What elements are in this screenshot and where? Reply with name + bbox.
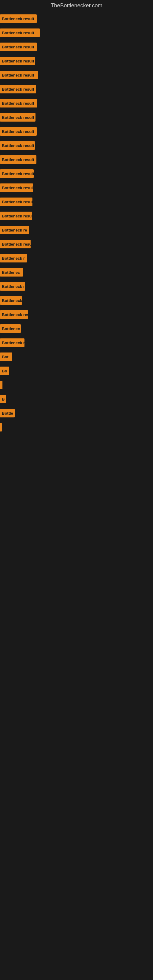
result-bar: Bottleneck r — [0, 254, 27, 262]
result-bar: Bottleneck result — [0, 43, 37, 51]
bar-row: Bo — [0, 364, 153, 378]
bar-row: Bottleneck result — [0, 139, 153, 152]
bar-row: Bottleneck result — [0, 40, 153, 54]
result-bar: Bottlenec — [0, 268, 23, 277]
bar-label: Bottleneck result — [2, 87, 34, 92]
bar-label: Bottleneck result — [2, 30, 34, 35]
bar-row: Bottleneck r — [0, 336, 153, 350]
bar-row: Bottleneck — [0, 294, 153, 307]
bar-label: Bottleneck result — [2, 214, 32, 218]
bar-label: Bottleneck — [2, 298, 22, 303]
bar-label: Bottleneck result — [2, 73, 34, 78]
bar-label: Bottleneck res — [2, 312, 28, 317]
bar-row: Bottleneck res — [0, 308, 153, 321]
bar-label: Bottleneck result — [2, 45, 34, 49]
bar-label: Bottlenec — [2, 270, 20, 275]
bar-label: Bottleneck result — [2, 186, 33, 190]
result-bar — [0, 381, 2, 389]
result-bar — [0, 423, 2, 431]
bar-row: Bottleneck result — [0, 209, 153, 223]
bar-row: Bottleneck result — [0, 54, 153, 68]
result-bar: Bottleneck result — [0, 169, 33, 178]
result-bar: Bottleneck re — [0, 226, 29, 234]
result-bar: Bot — [0, 353, 12, 361]
bar-row: Bottleneck re — [0, 223, 153, 237]
bar-label: Bottleneck r — [2, 256, 25, 261]
result-bar: Bottleneck result — [0, 71, 38, 79]
bar-row — [0, 434, 153, 448]
bar-row: Bottleneck r — [0, 251, 153, 265]
bar-row: Bottleneck result — [0, 83, 153, 96]
bar-row: Bottlenec — [0, 322, 153, 335]
bar-label: Bottleneck r — [2, 284, 25, 289]
bar-label: Bottleneck result — [2, 101, 34, 106]
bar-row: Bottleneck result — [0, 26, 153, 40]
bar-row: Bottleneck r — [0, 280, 153, 293]
bar-row: Bottleneck result — [0, 237, 153, 251]
result-bar: Bottleneck result — [0, 99, 37, 108]
result-bar: Bottleneck result — [0, 240, 30, 248]
result-bar: Bottleneck result — [0, 85, 36, 94]
bar-label: B — [2, 397, 5, 401]
bar-label: Bottleneck r — [2, 340, 24, 345]
bar-row — [0, 519, 153, 533]
result-bar: Bottleneck result — [0, 127, 37, 136]
result-bar: Bottleneck result — [0, 183, 33, 192]
bar-label: Bottleneck result — [2, 143, 34, 148]
bar-row — [0, 477, 153, 490]
bar-label: Bottleneck result — [2, 115, 34, 120]
bar-row: Bottleneck result — [0, 181, 153, 194]
bar-label: Bottleneck result — [2, 200, 32, 204]
bar-row — [0, 463, 153, 476]
bar-row — [0, 449, 153, 462]
result-bar: Bottleneck result — [0, 113, 35, 122]
result-bar: Bo — [0, 367, 9, 375]
result-bar: Bottleneck result — [0, 141, 35, 150]
bar-row — [0, 562, 153, 575]
result-bar: Bottleneck result — [0, 212, 32, 220]
bar-label: Bottleneck result — [2, 242, 30, 247]
bar-row: Bottleneck result — [0, 167, 153, 180]
bar-label: Bot — [2, 355, 9, 359]
bar-row: Bot — [0, 350, 153, 364]
bar-row: Bottleneck result — [0, 195, 153, 208]
bar-row — [0, 491, 153, 504]
result-bar: Bottlenec — [0, 324, 21, 333]
bar-label: Bottleneck result — [2, 158, 34, 162]
bar-row: Bottleneck result — [0, 12, 153, 25]
bar-label: Bottle — [2, 411, 13, 415]
bar-row: B — [0, 392, 153, 406]
bar-row — [0, 505, 153, 519]
result-bar: Bottleneck res — [0, 310, 28, 319]
bar-label: Bottleneck result — [2, 16, 34, 21]
bar-row — [0, 547, 153, 561]
bar-row: Bottleneck result — [0, 153, 153, 166]
bar-row: Bottleneck result — [0, 111, 153, 124]
result-bar: Bottleneck result — [0, 57, 35, 65]
result-bar: Bottleneck r — [0, 282, 25, 291]
result-bar: Bottleneck result — [0, 29, 40, 37]
bar-label: Bottleneck re — [2, 228, 27, 232]
result-bar: Bottleneck r — [0, 339, 24, 347]
bar-row — [0, 378, 153, 392]
bar-label: Bottleneck result — [2, 129, 34, 134]
result-bar: Bottle — [0, 409, 15, 417]
result-bar: Bottleneck result — [0, 155, 37, 164]
bar-label: Bottleneck result — [2, 172, 33, 176]
bar-label: Bottlenec — [2, 326, 20, 331]
bar-row — [0, 533, 153, 547]
site-title: TheBottlenecker.com — [0, 0, 153, 11]
result-bar: Bottleneck — [0, 296, 22, 305]
result-bar: B — [0, 395, 6, 403]
bar-row: Bottleneck result — [0, 125, 153, 138]
bar-label: Bo — [2, 369, 7, 373]
result-bar: Bottleneck result — [0, 14, 37, 23]
bar-row: Bottleneck result — [0, 97, 153, 110]
bar-label: Bottleneck result — [2, 59, 34, 64]
result-bar: Bottleneck result — [0, 197, 32, 206]
bar-row: Bottle — [0, 406, 153, 420]
bar-row — [0, 420, 153, 434]
bar-row: Bottlenec — [0, 266, 153, 279]
bar-row: Bottleneck result — [0, 68, 153, 82]
